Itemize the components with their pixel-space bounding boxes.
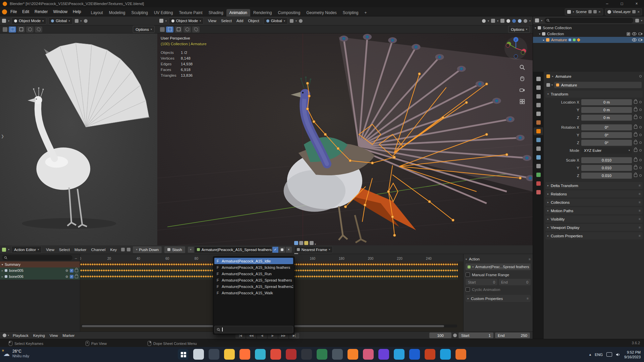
dope-sheet-menu-channel[interactable]: Channel [89,247,108,252]
dope-sheet-menu-select[interactable]: Select [57,247,72,252]
task-view-icon[interactable] [209,349,219,360]
object-name-field[interactable]: Armature [554,82,642,88]
workspace-tab-modeling[interactable]: Modeling [106,9,128,16]
frame-end-field[interactable]: End250 [495,333,530,338]
current-frame-field[interactable]: 100 [429,333,451,338]
select-tweak-tool[interactable] [17,26,25,33]
orientation-dropdown[interactable]: Global ▾ [48,17,72,24]
value-field[interactable]: 0.010 [581,157,632,163]
timeline-menu-view[interactable]: View [47,333,60,338]
select-circle-tool[interactable] [26,26,34,33]
collection-checkbox[interactable]: ✓ [627,32,630,36]
lock-icon[interactable] [634,116,637,119]
maximize-button[interactable]: □ [614,0,629,7]
render-icon[interactable] [534,84,543,92]
channel-search-input[interactable] [2,255,72,260]
mode-dropdown[interactable]: Object Mode ▾ [11,17,46,24]
disclosure-icon[interactable]: ▸ [2,269,3,272]
use-preview-range-icon[interactable] [453,334,457,337]
app-pink-icon[interactable] [363,349,374,360]
viewport-menu-select[interactable]: Select [219,18,234,23]
animate-dot-icon[interactable] [639,134,642,136]
timeline-menu-keying[interactable]: Keying [31,333,47,338]
dope-sheet-menu-view[interactable]: View [44,247,57,252]
manual-frame-range-row[interactable]: Manual Frame Range [466,271,531,278]
outliner-row-collection[interactable]: ▾ Collection ✓ [533,31,644,37]
output-icon[interactable] [534,93,543,100]
action-end-field[interactable]: End0 [499,279,531,285]
show-gizmo-icon[interactable] [482,19,486,23]
workspace-tab-scripting[interactable]: Scripting [340,9,362,16]
action-option[interactable]: FArmature|Peacock_A15_licking feathers [214,264,293,270]
value-field[interactable]: 0 m [581,115,632,121]
sidebar-action-field[interactable]: ▾ Armature|Peac...Spread feathers [466,263,531,270]
material-icon[interactable] [534,180,543,187]
unlink-action-button[interactable]: × [285,246,292,253]
value-field[interactable]: 0 m [581,99,632,105]
taskbar-weather-widget[interactable]: ☁☀ 26°C Nhiều mây [3,349,29,358]
lock-icon[interactable] [634,141,637,144]
new-scene-icon[interactable] [593,10,597,13]
workspace-tab-layout[interactable]: Layout [88,9,106,16]
disclosure-icon[interactable]: ▾ [535,26,536,29]
menu-window[interactable]: Window [50,9,70,15]
menu-render[interactable]: Render [32,9,50,15]
keyboard-icon[interactable] [606,352,612,357]
pose-icon[interactable] [569,39,571,41]
browse-object-icon[interactable] [546,83,550,87]
modifier-wrench-icon[interactable]: ⚙ [65,269,68,273]
zoom-icon[interactable] [519,64,525,70]
select-lasso-tool[interactable] [35,26,42,33]
navigation-gizmo[interactable]: Z [503,36,529,61]
tool-icon[interactable] [534,75,543,83]
panel-grip-icon[interactable]: ≡ [529,257,531,261]
disclosure-icon[interactable]: ▸ [2,275,3,278]
panel-relations[interactable]: ▸Relations≡ [545,190,643,197]
editor-type-icon[interactable] [3,334,6,337]
bone-data-icon[interactable] [573,39,576,41]
outliner-row-scene-collection[interactable]: ▾ Scene Collection [533,25,644,31]
search-icon[interactable] [193,349,204,360]
action-panel-header[interactable]: ▾ Action ≡ [466,256,531,262]
tool-icon[interactable] [3,27,7,32]
action-option[interactable]: FArmature|Peacock_A15_Walk [214,290,293,296]
layers-icon[interactable] [127,248,130,251]
camera-visibility-icon[interactable] [638,38,643,42]
transform-panel-header[interactable]: ▾ Transform [545,90,643,98]
physics-icon[interactable] [534,154,543,161]
filter-icon[interactable] [635,19,639,22]
animate-dot-icon[interactable] [639,109,642,111]
value-field[interactable]: 0.010 [581,173,632,179]
disclosure-icon[interactable]: ▾ [2,263,3,266]
scene-selector[interactable]: ▾ Scene × [565,8,603,15]
animate-dot-icon[interactable] [639,126,642,128]
hide-eye-icon[interactable] [632,38,637,42]
proportional-edit-icon[interactable] [299,19,303,23]
language-indicator[interactable]: ENG [595,353,603,357]
channel-enable-checkbox[interactable]: ✓ [70,269,73,273]
dope-sheet-menu-marker[interactable]: Marker [72,247,89,252]
push-down-button[interactable]: ▾ Push Down [132,246,162,253]
shading-wireframe-icon[interactable] [506,19,510,23]
animate-dot-icon[interactable] [639,116,642,119]
lock-icon[interactable] [634,133,637,136]
file-explorer-icon[interactable] [224,349,235,360]
workspace-tab-geometry-nodes[interactable]: Geometry Nodes [303,9,340,16]
editor-type-icon[interactable] [2,248,6,252]
lock-icon[interactable] [634,108,637,111]
select-circle-tool[interactable] [183,26,191,33]
shading-material-icon[interactable] [518,19,522,23]
tool-icon[interactable] [160,27,165,32]
proportional-edit-icon[interactable] [84,19,88,23]
snap-magnet-icon[interactable] [75,19,78,23]
select-box-tool[interactable] [166,26,173,33]
scene-icon[interactable] [534,110,543,118]
timeline-menu-marker[interactable]: Marker [60,333,77,338]
lock-icon[interactable] [634,159,637,162]
mode-dropdown[interactable]: Object Mode ▾ [169,17,204,24]
firefox-icon[interactable] [239,349,250,360]
workspace-tab-uv-editing[interactable]: UV Editing [151,9,176,16]
value-field[interactable]: 0° [581,124,632,130]
animate-dot-icon[interactable] [639,101,642,103]
view-layer-icon[interactable] [534,101,543,109]
